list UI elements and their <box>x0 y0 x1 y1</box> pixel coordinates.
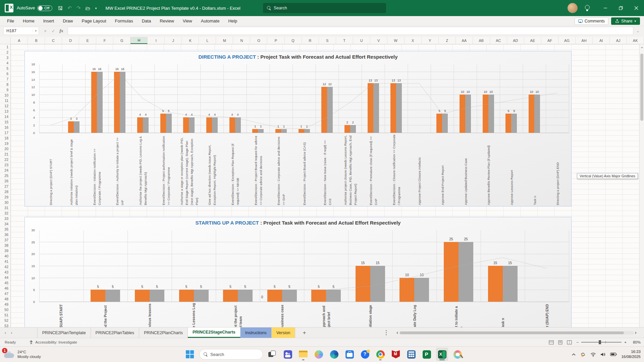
feedback-icon[interactable] <box>584 5 590 11</box>
taskbar-icon-paint[interactable] <box>451 348 464 361</box>
taskbar-icon-edge[interactable] <box>328 348 340 361</box>
taskbar-icon-chrome[interactable] <box>374 348 386 361</box>
row-header-5[interactable]: 5 <box>0 66 10 71</box>
column-header-N[interactable]: N <box>233 37 250 44</box>
chart-starting-up-a-project[interactable]: STARTING UP A PROJECT : Project Task wit… <box>24 217 572 327</box>
zoom-level[interactable]: 80% <box>629 340 641 344</box>
page-break-view-icon[interactable] <box>567 340 572 345</box>
row-header-13[interactable]: 13 <box>0 109 10 114</box>
share-button[interactable]: Share ▾ <box>611 17 640 25</box>
forecast-bar[interactable] <box>529 95 534 133</box>
actual-bar[interactable] <box>143 117 149 133</box>
row-header-52[interactable]: 52 <box>0 318 10 323</box>
column-header-AC[interactable]: AC <box>490 37 507 44</box>
column-header-Y[interactable]: Y <box>422 37 439 44</box>
row-header-30[interactable]: 30 <box>0 200 10 205</box>
taskbar-icon-mcafee[interactable]: M <box>390 348 402 361</box>
sheet-tab-prince2plantables[interactable]: PRINCE2PlanTables <box>91 327 139 338</box>
titlebar-search-box[interactable]: Search <box>263 3 386 13</box>
ribbon-tab-formulas[interactable]: Formulas <box>111 16 138 26</box>
actual-bar[interactable] <box>189 117 195 133</box>
column-header-AG[interactable]: AG <box>558 37 576 44</box>
forecast-bar[interactable] <box>483 95 488 133</box>
row-header-38[interactable]: 38 <box>0 243 10 248</box>
actual-bar[interactable] <box>442 114 448 133</box>
name-box[interactable]: H187 ▾ <box>3 27 39 35</box>
forecast-bar[interactable] <box>137 117 143 133</box>
column-header-AF[interactable]: AF <box>541 37 558 44</box>
row-header-22[interactable]: 22 <box>0 157 10 162</box>
scroll-up-icon[interactable] <box>641 46 643 48</box>
actual-bar[interactable] <box>105 290 120 302</box>
column-header-H[interactable]: H <box>130 37 148 44</box>
actual-bar[interactable] <box>120 72 125 133</box>
volume-icon[interactable] <box>600 352 606 357</box>
undo-icon[interactable]: ↶ <box>67 5 72 11</box>
row-header-19[interactable]: 19 <box>0 141 10 146</box>
column-header-W[interactable]: W <box>387 37 405 44</box>
forecast-bar[interactable] <box>368 83 373 133</box>
row-header-21[interactable]: 21 <box>0 152 10 157</box>
column-header-AA[interactable]: AA <box>456 37 473 44</box>
column-header-B[interactable]: B <box>28 37 45 44</box>
row-header-28[interactable]: 28 <box>0 189 10 194</box>
plot-area[interactable]: 3316161616445544444411111112122213131313… <box>39 64 569 133</box>
forecast-bar[interactable] <box>344 125 350 133</box>
actual-bar[interactable] <box>97 72 103 133</box>
taskbar-icon-start[interactable] <box>184 348 196 361</box>
row-header-3[interactable]: 3 <box>0 55 10 60</box>
zoom-slider-thumb[interactable] <box>599 340 601 344</box>
taskbar-icon-store[interactable] <box>343 348 356 361</box>
column-header-AB[interactable]: AB <box>473 37 490 44</box>
actual-bar[interactable] <box>150 290 164 302</box>
vertical-scrollbar[interactable] <box>639 44 644 327</box>
ribbon-tab-automate[interactable]: Automate <box>197 16 224 26</box>
row-header-25[interactable]: 25 <box>0 173 10 178</box>
forecast-bar[interactable] <box>229 117 235 133</box>
row-header-43[interactable]: 43 <box>0 269 10 275</box>
enter-formula-icon[interactable]: ✓ <box>50 28 57 34</box>
zoom-out-icon[interactable]: − <box>577 340 579 344</box>
row-header-44[interactable]: 44 <box>0 275 10 280</box>
row-header-7[interactable]: 7 <box>0 76 10 82</box>
actual-bar[interactable] <box>74 121 79 133</box>
column-header-V[interactable]: V <box>370 37 387 44</box>
sheet-tab-prince2stagecharts[interactable]: PRINCE2StageCharts <box>188 327 240 338</box>
column-header-S[interactable]: S <box>319 37 336 44</box>
ribbon-tab-insert[interactable]: Insert <box>39 16 59 26</box>
save-icon[interactable]: 🖫 <box>58 5 63 11</box>
taskbar-icon-excel[interactable]: X <box>436 348 448 361</box>
row-header-53[interactable]: 53 <box>0 323 10 327</box>
scroll-right-icon[interactable] <box>635 331 638 334</box>
tabbar-more-icon[interactable] <box>386 330 387 336</box>
forecast-bar[interactable] <box>183 117 189 133</box>
restore-button[interactable] <box>613 0 629 16</box>
taskbar-icon-project[interactable]: P <box>421 348 433 361</box>
row-header-31[interactable]: 31 <box>0 205 10 210</box>
actual-bar[interactable] <box>534 95 540 133</box>
forecast-bar[interactable] <box>179 290 194 302</box>
column-header-G[interactable]: G <box>113 37 130 44</box>
column-header-Z[interactable]: Z <box>439 37 456 44</box>
row-header-9[interactable]: 9 <box>0 87 10 93</box>
column-header-R[interactable]: R <box>302 37 319 44</box>
ribbon-tab-draw[interactable]: Draw <box>58 16 77 26</box>
row-header-26[interactable]: 26 <box>0 178 10 184</box>
forecast-bar[interactable] <box>505 114 511 133</box>
actual-bar[interactable] <box>511 114 517 133</box>
column-header-AK[interactable]: AK <box>627 37 644 44</box>
forecast-bar[interactable] <box>390 83 396 133</box>
ribbon-tab-view[interactable]: View <box>178 16 197 26</box>
taskbar-icon-teams[interactable] <box>282 348 294 361</box>
zoom-slider[interactable] <box>581 342 622 343</box>
formula-bar-expand-icon[interactable]: ⌄ <box>635 29 641 33</box>
sheet-cells[interactable]: DIRECTING A PROJECT : Project Task with … <box>11 44 639 327</box>
column-header-AE[interactable]: AE <box>524 37 541 44</box>
minimize-button[interactable] <box>598 0 613 16</box>
clock[interactable]: 16:23 16/08/2025 <box>621 349 641 359</box>
actual-bar[interactable] <box>327 87 333 133</box>
wifi-icon[interactable] <box>590 352 596 357</box>
row-header-14[interactable]: 14 <box>0 114 10 119</box>
sheet-tab-prince2plancharts[interactable]: PRINCE2PlanCharts <box>139 327 188 338</box>
sheet-tab-version[interactable]: Version <box>272 327 296 338</box>
